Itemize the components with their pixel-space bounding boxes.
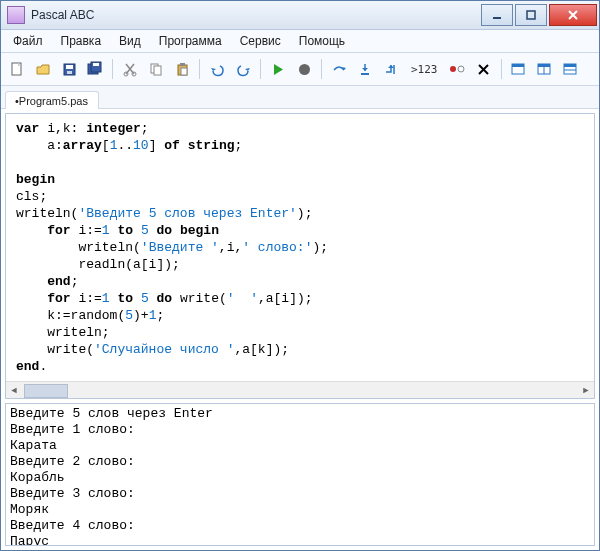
run-button[interactable] [266, 57, 290, 81]
window-title: Pascal ABC [31, 8, 481, 22]
step-over-button[interactable] [327, 57, 351, 81]
menu-edit[interactable]: Правка [53, 32, 110, 50]
toggle-breakpoint-button[interactable] [446, 57, 470, 81]
svg-rect-6 [66, 65, 73, 69]
app-window: Pascal ABC Файл Правка Вид Программа Сер… [0, 0, 600, 551]
file-tab[interactable]: •Program5.pas [5, 91, 99, 109]
menu-program[interactable]: Программа [151, 32, 230, 50]
new-file-button[interactable] [5, 57, 29, 81]
svg-rect-10 [93, 63, 99, 66]
close-button[interactable] [549, 4, 597, 26]
evaluate-button[interactable]: >123 [405, 57, 444, 81]
window-1-button[interactable] [507, 57, 531, 81]
window-2-button[interactable] [533, 57, 557, 81]
redo-button[interactable] [231, 57, 255, 81]
save-button[interactable] [57, 57, 81, 81]
svg-rect-16 [180, 63, 185, 66]
toolbar-separator [321, 59, 322, 79]
step-out-button[interactable] [379, 57, 403, 81]
maximize-button[interactable] [515, 4, 547, 26]
svg-point-22 [458, 66, 464, 72]
horizontal-scrollbar[interactable]: ◄ ► [6, 381, 594, 398]
svg-rect-7 [67, 71, 72, 74]
toolbar-separator [260, 59, 261, 79]
svg-rect-31 [564, 64, 576, 67]
scroll-track[interactable] [22, 382, 578, 398]
stop-button[interactable] [292, 57, 316, 81]
client-area: var i,k: integer; a:array[1..10] of stri… [1, 109, 599, 550]
scroll-right-button[interactable]: ► [578, 382, 594, 398]
svg-rect-1 [527, 11, 535, 19]
toolbar: >123 [1, 53, 599, 86]
tab-bar: •Program5.pas [1, 86, 599, 109]
scroll-left-button[interactable]: ◄ [6, 382, 22, 398]
svg-rect-17 [181, 68, 187, 75]
menu-bar: Файл Правка Вид Программа Сервис Помощь [1, 30, 599, 53]
svg-rect-14 [154, 66, 161, 75]
toolbar-separator [199, 59, 200, 79]
menu-view[interactable]: Вид [111, 32, 149, 50]
menu-service[interactable]: Сервис [232, 32, 289, 50]
svg-rect-26 [512, 64, 524, 67]
svg-rect-28 [538, 64, 550, 67]
svg-rect-19 [361, 73, 369, 75]
svg-point-21 [450, 66, 456, 72]
code-editor-frame: var i,k: integer; a:array[1..10] of stri… [5, 113, 595, 399]
save-all-button[interactable] [83, 57, 107, 81]
scroll-thumb[interactable] [24, 384, 68, 398]
clear-breakpoints-button[interactable] [472, 57, 496, 81]
menu-help[interactable]: Помощь [291, 32, 353, 50]
minimize-button[interactable] [481, 4, 513, 26]
open-file-button[interactable] [31, 57, 55, 81]
paste-button[interactable] [170, 57, 194, 81]
cut-button[interactable] [118, 57, 142, 81]
app-icon [7, 6, 25, 24]
copy-button[interactable] [144, 57, 168, 81]
toolbar-separator [112, 59, 113, 79]
undo-button[interactable] [205, 57, 229, 81]
step-into-button[interactable] [353, 57, 377, 81]
code-editor[interactable]: var i,k: integer; a:array[1..10] of stri… [6, 114, 594, 381]
title-bar: Pascal ABC [1, 1, 599, 30]
output-console[interactable]: Введите 5 слов через Enter Введите 1 сло… [5, 403, 595, 546]
window-3-button[interactable] [559, 57, 583, 81]
menu-file[interactable]: Файл [5, 32, 51, 50]
toolbar-separator [501, 59, 502, 79]
svg-point-18 [299, 64, 310, 75]
window-buttons [481, 4, 597, 26]
